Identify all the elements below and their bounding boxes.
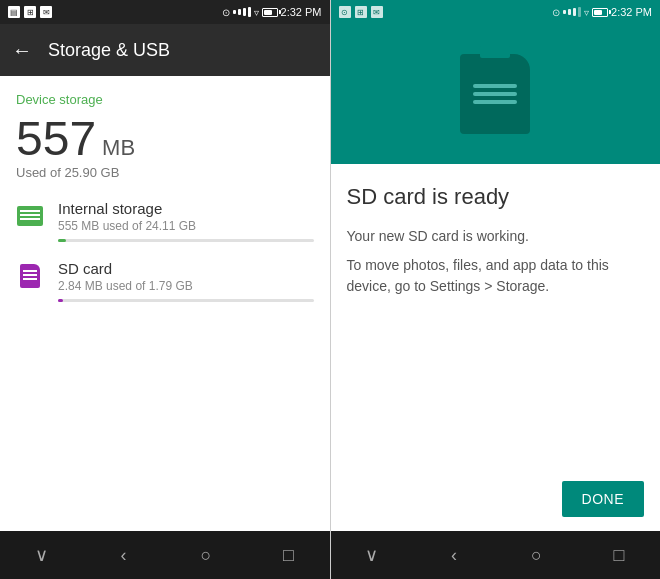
done-button[interactable]: DONE xyxy=(562,481,644,517)
wifi-icon: ▿ xyxy=(254,7,259,18)
left-nav-bar: ∨ ‹ ○ □ xyxy=(0,531,330,579)
nav-back-left[interactable]: ‹ xyxy=(104,535,144,575)
right-signal-1 xyxy=(563,10,566,14)
signal-bar-1 xyxy=(233,10,236,14)
battery-fill xyxy=(264,10,272,15)
device-storage-label: Device storage xyxy=(16,92,314,107)
right-status-left: ⊙ ⊞ ✉ xyxy=(339,6,383,18)
notification-icon-3: ✉ xyxy=(40,6,52,18)
right-signal-3 xyxy=(573,8,576,16)
internal-progress-fill xyxy=(58,239,66,242)
notification-icon-2: ⊞ xyxy=(24,6,36,18)
left-content: Device storage 557 MB Used of 25.90 GB I… xyxy=(0,76,330,531)
battery-icon xyxy=(262,8,278,17)
right-notif-icon-3: ✉ xyxy=(371,6,383,18)
internal-storage-detail: 555 MB used of 24.11 GB xyxy=(58,219,314,233)
right-battery-icon xyxy=(592,8,608,17)
right-notif-icon-2: ⊞ xyxy=(355,6,367,18)
signal-bar-4 xyxy=(248,7,251,17)
signal-bars xyxy=(233,7,251,17)
left-status-right: ⊙ ▿ 2:32 PM xyxy=(222,6,322,18)
dialog-body-2: To move photos, files, and app data to t… xyxy=(347,255,645,297)
sd-line-2 xyxy=(473,92,517,96)
internal-icon-shape xyxy=(17,206,43,226)
right-signal-2 xyxy=(568,9,571,15)
sd-card-icon xyxy=(16,262,44,290)
sd-progress-fill xyxy=(58,299,63,302)
left-status-bar: ▤ ⊞ ✉ ⊙ ▿ 2:32 PM xyxy=(0,0,330,24)
sdcard-icon-shape xyxy=(20,264,40,288)
sd-line-1 xyxy=(473,84,517,88)
right-status-time: 2:32 PM xyxy=(611,6,652,18)
right-nav-recent[interactable]: □ xyxy=(599,535,639,575)
right-panel: ⊙ ⊞ ✉ ⊙ ▿ 2:32 PM SD card i xyxy=(331,0,661,579)
right-nav-home[interactable]: ○ xyxy=(516,535,556,575)
right-status-bar: ⊙ ⊞ ✉ ⊙ ▿ 2:32 PM xyxy=(331,0,661,24)
internal-storage-icon xyxy=(16,202,44,230)
dialog-title: SD card is ready xyxy=(347,184,645,210)
storage-unit: MB xyxy=(102,135,135,161)
sd-card-detail: 2.84 MB used of 1.79 GB xyxy=(58,279,314,293)
right-signal-bars xyxy=(563,7,581,17)
nav-menu-left[interactable]: ∨ xyxy=(21,535,61,575)
right-location-icon: ⊙ xyxy=(552,7,560,18)
sd-card-info: SD card 2.84 MB used of 1.79 GB xyxy=(58,260,314,302)
dialog-body-1: Your new SD card is working. xyxy=(347,226,645,247)
location-icon: ⊙ xyxy=(222,7,230,18)
right-status-right: ⊙ ▿ 2:32 PM xyxy=(552,6,652,18)
page-title: Storage & USB xyxy=(48,40,170,61)
left-top-bar: ← Storage & USB xyxy=(0,24,330,76)
storage-used-of: Used of 25.90 GB xyxy=(16,165,314,180)
right-battery-fill xyxy=(594,10,602,15)
left-status-icons: ▤ ⊞ ✉ xyxy=(8,6,52,18)
right-nav-bar: ∨ ‹ ○ □ xyxy=(331,531,661,579)
internal-storage-item[interactable]: Internal storage 555 MB used of 24.11 GB xyxy=(16,200,314,242)
sd-card-item[interactable]: SD card 2.84 MB used of 1.79 GB xyxy=(16,260,314,302)
sd-card-illustration xyxy=(460,54,530,134)
signal-bar-2 xyxy=(238,9,241,15)
left-panel: ▤ ⊞ ✉ ⊙ ▿ 2:32 PM ← Storage & USB Device… xyxy=(0,0,330,579)
sd-card-name: SD card xyxy=(58,260,314,277)
right-wifi-icon: ▿ xyxy=(584,7,589,18)
right-bottom: DONE xyxy=(331,467,661,531)
storage-amount: 557 MB xyxy=(16,115,314,163)
sd-progress-bg xyxy=(58,299,314,302)
right-content: SD card is ready Your new SD card is wor… xyxy=(331,164,661,467)
nav-recent-left[interactable]: □ xyxy=(268,535,308,575)
teal-header xyxy=(331,24,661,164)
internal-storage-name: Internal storage xyxy=(58,200,314,217)
internal-storage-info: Internal storage 555 MB used of 24.11 GB xyxy=(58,200,314,242)
signal-bar-3 xyxy=(243,8,246,16)
storage-number: 557 xyxy=(16,115,96,163)
right-nav-menu[interactable]: ∨ xyxy=(352,535,392,575)
nav-home-left[interactable]: ○ xyxy=(186,535,226,575)
notification-icon-1: ▤ xyxy=(8,6,20,18)
status-time: 2:32 PM xyxy=(281,6,322,18)
right-notif-icon-1: ⊙ xyxy=(339,6,351,18)
back-button[interactable]: ← xyxy=(12,39,32,62)
right-signal-4 xyxy=(578,7,581,17)
internal-progress-bg xyxy=(58,239,314,242)
sd-line-3 xyxy=(473,100,517,104)
right-nav-back[interactable]: ‹ xyxy=(434,535,474,575)
